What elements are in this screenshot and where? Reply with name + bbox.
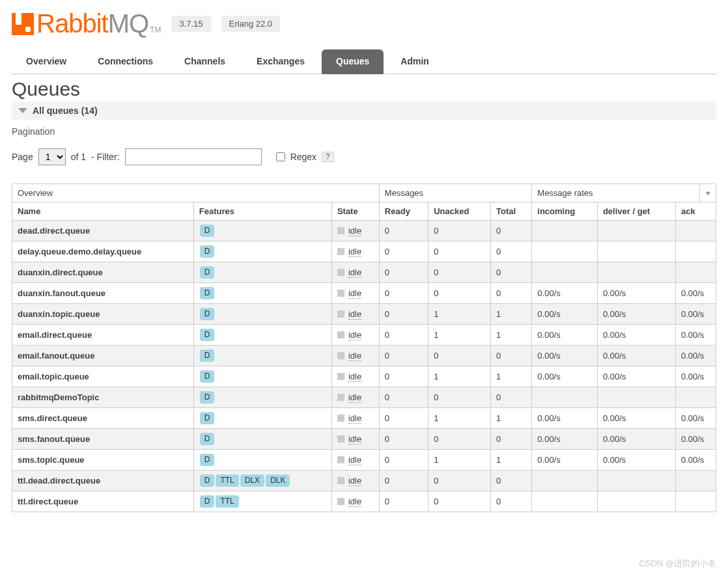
rabbitmq-logo[interactable]: RabbitMQ TM bbox=[12, 9, 161, 38]
tab-exchanges[interactable]: Exchanges bbox=[242, 49, 319, 74]
table-row: email.fanout.queueDidle0000.00/s0.00/s0.… bbox=[12, 346, 716, 366]
cell-unacked: 0 bbox=[428, 283, 491, 304]
cell-deliver: 0.00/s bbox=[597, 366, 675, 387]
filter-input[interactable] bbox=[125, 148, 262, 165]
cell-unacked: 0 bbox=[428, 491, 491, 512]
state-text: idle bbox=[348, 267, 361, 278]
cell-ack bbox=[675, 471, 716, 491]
help-icon[interactable]: ? bbox=[322, 152, 334, 162]
col-incoming[interactable]: incoming bbox=[532, 202, 598, 221]
queue-features: D bbox=[193, 262, 331, 283]
col-total[interactable]: Total bbox=[490, 202, 531, 221]
page-title: Queues bbox=[12, 78, 716, 100]
cell-total: 0 bbox=[490, 283, 531, 304]
queue-name-link[interactable]: duanxin.fanout.queue bbox=[12, 283, 194, 304]
feature-badge-d: D bbox=[200, 350, 215, 362]
cell-ready: 0 bbox=[379, 325, 428, 346]
regex-checkbox[interactable] bbox=[276, 152, 285, 161]
queue-state: idle bbox=[331, 283, 379, 304]
cell-ready: 0 bbox=[379, 241, 428, 262]
queue-name-link[interactable]: duanxin.topic.queue bbox=[12, 304, 194, 325]
queue-features: D bbox=[193, 304, 331, 325]
cell-ack: 0.00/s bbox=[675, 325, 716, 346]
col-state[interactable]: State bbox=[331, 202, 379, 221]
feature-badge-ttl: TTL bbox=[216, 474, 238, 487]
state-indicator-icon bbox=[337, 269, 344, 276]
queue-name-link[interactable]: email.direct.queue bbox=[12, 325, 194, 346]
queue-state: idle bbox=[331, 262, 379, 283]
version-badge: 3.7.15 bbox=[171, 16, 210, 32]
section-label: All queues (14) bbox=[33, 105, 98, 116]
queue-state: idle bbox=[331, 304, 379, 325]
state-text: idle bbox=[348, 497, 361, 507]
col-features[interactable]: Features bbox=[193, 202, 331, 221]
regex-label: Regex bbox=[290, 152, 316, 162]
add-column-button[interactable]: + bbox=[700, 184, 716, 202]
queue-features: D bbox=[193, 221, 331, 241]
queue-name-link[interactable]: ttl.dead.direct.queue bbox=[12, 471, 194, 491]
queue-name-link[interactable]: sms.fanout.queue bbox=[12, 429, 194, 450]
feature-badge-d: D bbox=[200, 225, 215, 237]
state-text: idle bbox=[348, 288, 361, 299]
page-select[interactable]: 1 bbox=[38, 148, 66, 165]
table-row: ttl.direct.queueDTTLidle000 bbox=[12, 491, 716, 512]
queue-name-link[interactable]: email.fanout.queue bbox=[12, 346, 194, 366]
cell-ack bbox=[675, 241, 716, 262]
tab-connections[interactable]: Connections bbox=[83, 49, 167, 74]
cell-deliver: 0.00/s bbox=[597, 304, 675, 325]
col-ready[interactable]: Ready bbox=[379, 202, 428, 221]
table-row: sms.fanout.queueDidle0000.00/s0.00/s0.00… bbox=[12, 429, 716, 450]
cell-ready: 0 bbox=[379, 262, 428, 283]
logo-text: RabbitMQ bbox=[36, 9, 148, 38]
pagination-heading: Pagination bbox=[12, 126, 716, 137]
pagination-controls: Page 1 of 1 - Filter: Regex ? bbox=[12, 148, 716, 165]
cell-total: 0 bbox=[490, 262, 531, 283]
section-all-queues[interactable]: All queues (14) bbox=[12, 102, 716, 120]
queue-name-link[interactable]: rabbitmqDemoTopic bbox=[12, 387, 194, 408]
cell-incoming: 0.00/s bbox=[532, 408, 598, 429]
cell-incoming: 0.00/s bbox=[532, 283, 598, 304]
queue-name-link[interactable]: sms.topic.queue bbox=[12, 450, 194, 471]
cell-deliver: 0.00/s bbox=[597, 450, 675, 471]
tab-queues[interactable]: Queues bbox=[322, 49, 384, 74]
cell-unacked: 1 bbox=[428, 304, 491, 325]
state-indicator-icon bbox=[337, 415, 344, 422]
col-ack[interactable]: ack bbox=[675, 202, 716, 221]
tab-admin[interactable]: Admin bbox=[386, 49, 443, 74]
page-of-text: of 1 bbox=[71, 152, 86, 162]
cell-deliver: 0.00/s bbox=[597, 283, 675, 304]
queue-name-link[interactable]: email.topic.queue bbox=[12, 366, 194, 387]
cell-unacked: 0 bbox=[428, 241, 491, 262]
queue-name-link[interactable]: ttl.direct.queue bbox=[12, 491, 194, 512]
tab-channels[interactable]: Channels bbox=[170, 49, 240, 74]
queue-features: DTTL bbox=[193, 491, 331, 512]
queue-name-link[interactable]: delay.queue.demo.delay.queue bbox=[12, 241, 194, 262]
queue-name-link[interactable]: duanxin.direct.queue bbox=[12, 262, 194, 283]
state-text: idle bbox=[348, 351, 361, 361]
queue-name-link[interactable]: dead.direct.queue bbox=[12, 221, 194, 241]
col-deliver-get[interactable]: deliver / get bbox=[597, 202, 675, 221]
table-row: delay.queue.demo.delay.queueDidle000 bbox=[12, 241, 716, 262]
state-text: idle bbox=[348, 392, 361, 403]
queue-state: idle bbox=[331, 325, 379, 346]
cell-deliver bbox=[597, 262, 675, 283]
cell-ready: 0 bbox=[379, 491, 428, 512]
tab-overview[interactable]: Overview bbox=[12, 49, 81, 74]
queue-name-link[interactable]: sms.direct.queue bbox=[12, 408, 194, 429]
cell-incoming bbox=[532, 241, 598, 262]
feature-badge-ttl: TTL bbox=[216, 495, 238, 508]
cell-ready: 0 bbox=[379, 304, 428, 325]
cell-total: 0 bbox=[490, 221, 531, 241]
state-indicator-icon bbox=[337, 290, 344, 297]
cell-unacked: 1 bbox=[428, 325, 491, 346]
chevron-down-icon bbox=[18, 108, 27, 113]
group-messages: Messages bbox=[379, 184, 531, 202]
col-name[interactable]: Name bbox=[12, 202, 194, 221]
cell-total: 0 bbox=[490, 491, 531, 512]
table-row: rabbitmqDemoTopicDidle000 bbox=[12, 387, 716, 408]
cell-unacked: 0 bbox=[428, 221, 491, 241]
feature-badge-d: D bbox=[200, 474, 215, 487]
queue-features: D bbox=[193, 366, 331, 387]
col-unacked[interactable]: Unacked bbox=[428, 202, 491, 221]
feature-badge-d: D bbox=[200, 329, 215, 341]
